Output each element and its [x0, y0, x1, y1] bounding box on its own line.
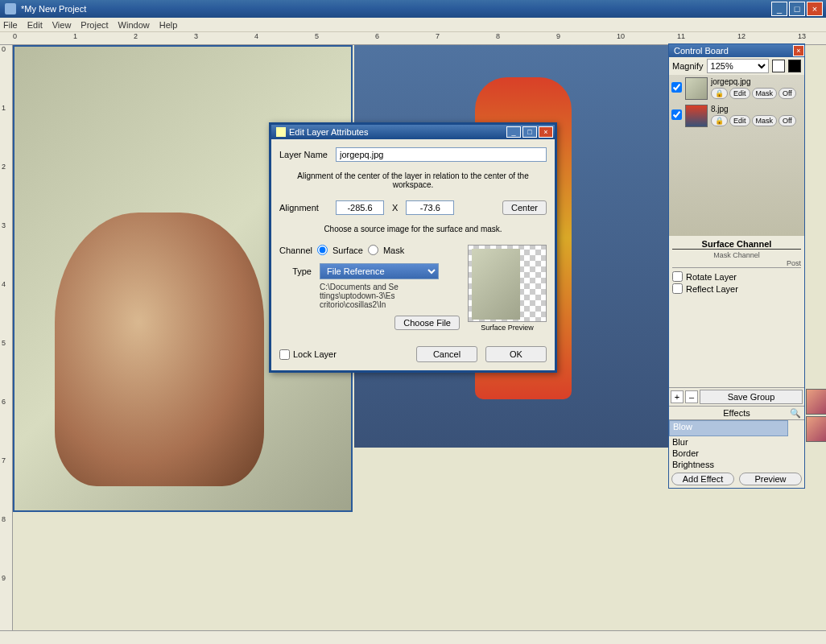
remove-layer-button[interactable]: – — [685, 390, 698, 403]
effect-item[interactable]: Blur — [669, 436, 804, 448]
effect-item[interactable]: Brightness — [669, 459, 804, 470]
alignment-hint: Alignment of the center of the layer in … — [279, 171, 547, 189]
dialog-icon — [276, 127, 286, 137]
cancel-button[interactable]: Cancel — [416, 346, 477, 362]
menu-view[interactable]: View — [52, 20, 72, 30]
effect-thumb[interactable] — [806, 416, 826, 442]
color-swatch-black[interactable] — [788, 60, 801, 72]
scrollbar-horizontal[interactable] — [0, 630, 826, 644]
layer-name: 8.jpg — [711, 105, 802, 114]
add-layer-button[interactable]: + — [671, 390, 684, 403]
reflect-layer-checkbox[interactable] — [672, 283, 683, 294]
ruler-vertical: 012345678910 — [0, 45, 13, 630]
add-effect-button[interactable]: Add Effect — [671, 473, 734, 485]
surface-radio[interactable] — [317, 245, 328, 255]
surface-preview-thumb — [468, 245, 547, 322]
ok-button[interactable]: OK — [485, 346, 547, 362]
layer-thumbnail[interactable] — [685, 77, 708, 100]
control-board-close-icon[interactable]: × — [793, 45, 804, 56]
menu-file[interactable]: File — [3, 20, 18, 30]
window-maximize-button[interactable]: □ — [789, 2, 805, 16]
rotate-layer-label: Rotate Layer — [686, 272, 737, 282]
dialog-close-button[interactable]: × — [539, 126, 553, 138]
lock-layer-label: Lock Layer — [293, 349, 337, 359]
layer-visibility-checkbox[interactable] — [671, 109, 682, 120]
layer-off-button[interactable]: Off — [779, 115, 796, 126]
search-icon[interactable]: 🔍 — [790, 408, 801, 419]
effects-list[interactable]: Blow Blur Border Brightness Brightness (… — [669, 420, 804, 470]
dialog-maximize-button[interactable]: □ — [522, 126, 537, 138]
center-button[interactable]: Center — [502, 200, 547, 215]
dialog-minimize-button[interactable]: _ — [506, 126, 521, 138]
window-close-button[interactable]: × — [807, 2, 823, 16]
layer-name: jorgepq.jpg — [711, 77, 802, 86]
save-group-button[interactable]: Save Group — [700, 390, 803, 404]
layer-name-input[interactable] — [336, 147, 547, 162]
menu-help[interactable]: Help — [159, 20, 178, 30]
layer-mask-button[interactable]: Mask — [752, 88, 778, 99]
post-label: Post — [672, 259, 801, 268]
mask-radio[interactable] — [368, 245, 378, 255]
effects-heading: Effects — [723, 408, 750, 418]
color-swatch-white[interactable] — [772, 60, 785, 72]
surface-channel-tab[interactable]: Surface Channel — [672, 239, 801, 250]
layer-visibility-checkbox[interactable] — [671, 82, 682, 93]
surface-radio-label: Surface — [332, 246, 363, 255]
magnify-select[interactable]: 125% — [707, 59, 769, 73]
rotate-layer-checkbox[interactable] — [672, 271, 683, 282]
file-path: C:\Documents and Settings\uptodown-3\Esc… — [279, 283, 399, 309]
magnify-label: Magnify — [672, 61, 704, 71]
preview-effect-button[interactable]: Preview — [739, 473, 802, 485]
effect-preview-thumbs — [806, 389, 826, 442]
alignment-y-input[interactable] — [406, 200, 454, 215]
layer-edit-button[interactable]: Edit — [729, 115, 750, 126]
control-board-panel: Control Board × Magnify 125% jorgepq.jpg… — [668, 43, 805, 489]
layer-list: jorgepq.jpg 🔒 Edit Mask Off 8.jpg 🔒 Edit… — [669, 75, 804, 236]
effect-thumb[interactable] — [806, 389, 826, 415]
layer-edit-button[interactable]: Edit — [729, 88, 750, 99]
alignment-label: Alignment — [279, 203, 328, 213]
layer-item[interactable]: 8.jpg 🔒 Edit Mask Off — [669, 102, 804, 130]
alignment-x-separator: X — [392, 203, 398, 213]
effect-item[interactable]: Blow — [669, 420, 788, 436]
channel-label: Channel — [279, 246, 312, 255]
menu-bar: File Edit View Project Window Help — [0, 18, 826, 32]
layer-off-button[interactable]: Off — [779, 88, 796, 99]
choose-file-button[interactable]: Choose File — [394, 316, 460, 330]
layer-name-label: Layer Name — [279, 150, 328, 159]
lock-layer-checkbox[interactable] — [279, 349, 290, 360]
source-hint: Choose a source image for the surface an… — [279, 225, 547, 233]
type-select[interactable]: File Reference — [320, 263, 439, 279]
mask-radio-label: Mask — [383, 246, 404, 255]
dialog-title: Edit Layer Attributes — [289, 127, 368, 137]
layer-thumbnail[interactable] — [685, 105, 708, 127]
type-label: Type — [279, 266, 312, 276]
edit-layer-attributes-dialog: Edit Layer Attributes _ □ × Layer Name A… — [269, 122, 557, 373]
menu-window[interactable]: Window — [118, 20, 150, 30]
alignment-x-input[interactable] — [336, 200, 384, 215]
app-icon — [5, 3, 16, 14]
menu-project[interactable]: Project — [81, 20, 108, 30]
window-minimize-button[interactable]: _ — [771, 2, 787, 16]
layer-lock-icon[interactable]: 🔒 — [711, 88, 728, 99]
layer-lock-icon[interactable]: 🔒 — [711, 115, 728, 126]
layer-item[interactable]: jorgepq.jpg 🔒 Edit Mask Off — [669, 75, 804, 102]
window-titlebar: *My New Project _ □ × — [0, 0, 826, 18]
layer-mask-button[interactable]: Mask — [752, 115, 778, 126]
effect-item[interactable]: Border — [669, 448, 804, 459]
mask-channel-tab[interactable]: Mask Channel — [672, 251, 801, 259]
surface-preview-label: Surface Preview — [468, 324, 547, 332]
reflect-layer-label: Reflect Layer — [686, 284, 738, 294]
window-title: *My New Project — [21, 4, 86, 14]
control-board-title: Control Board — [674, 46, 729, 56]
menu-edit[interactable]: Edit — [27, 20, 43, 30]
